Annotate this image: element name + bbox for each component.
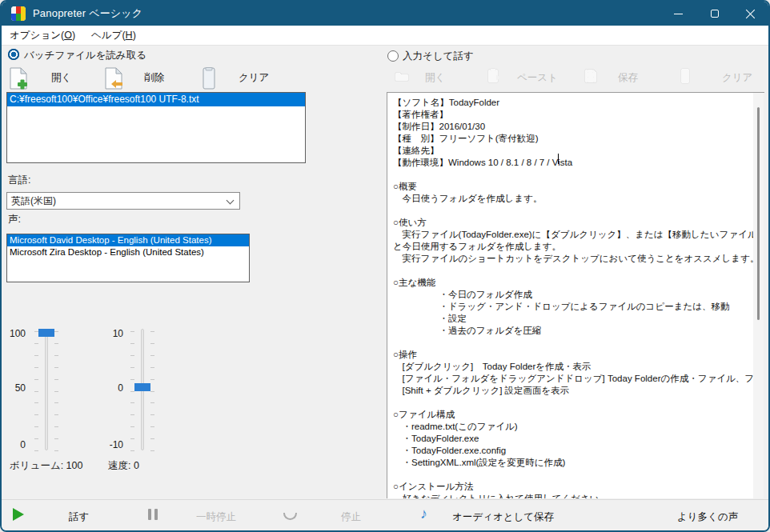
radio-type-and-speak[interactable] xyxy=(387,50,399,62)
pause-icon xyxy=(148,509,158,520)
minimize-icon xyxy=(674,14,683,14)
screen: Panopreter ベーシック オプション(O) ヘルプ(H) バッチファイル… xyxy=(0,0,770,532)
speed-tick-10: 10 xyxy=(99,328,123,339)
save-text-button[interactable]: 保存 xyxy=(618,71,638,85)
menu-options[interactable]: オプション(O) xyxy=(2,26,83,45)
music-note-icon: ♪ xyxy=(420,506,427,522)
app-logo-icon xyxy=(11,6,26,21)
speed-tick-0: 0 xyxy=(99,382,123,394)
file-list-item-selected[interactable]: C:¥freesoft100¥Office¥freesoft100 UTF-8.… xyxy=(7,93,305,106)
stop-icon xyxy=(283,513,297,520)
language-selected-value: 英語(米国) xyxy=(11,195,56,206)
voice-label: 声: xyxy=(8,213,21,226)
playback-bar: 話す 一時停止 停止 ♪ オーディオとして保存 より多くの声 xyxy=(2,499,768,530)
radio-type-and-speak-label: 入力そして話す xyxy=(403,50,474,63)
window-controls xyxy=(660,2,768,26)
delete-file-icon[interactable] xyxy=(104,67,123,90)
speed-ticks-right xyxy=(150,331,154,451)
save-text-icon xyxy=(584,69,597,83)
volume-tick-100: 100 xyxy=(2,328,26,339)
open-text-icon xyxy=(395,70,409,82)
clear-list-button[interactable]: クリア xyxy=(239,71,269,85)
maximize-icon xyxy=(711,10,719,18)
text-caret xyxy=(558,154,559,164)
radio-read-batch-file[interactable] xyxy=(8,49,19,60)
speed-value-label: 速度: 0 xyxy=(108,459,139,473)
volume-tick-50: 50 xyxy=(2,382,26,394)
open-file-icon[interactable] xyxy=(9,67,28,90)
speed-ticks-left xyxy=(130,331,134,451)
save-as-audio-button[interactable]: オーディオとして保存 xyxy=(452,510,554,524)
language-select[interactable]: 英語(米国) xyxy=(6,192,240,210)
volume-tick-0: 0 xyxy=(2,439,26,450)
clear-text-icon xyxy=(680,68,691,84)
open-file-button[interactable]: 開く xyxy=(51,71,71,85)
app-window: Panopreter ベーシック オプション(O) ヘルプ(H) バッチファイル… xyxy=(0,0,770,532)
text-editor[interactable]: 【ソフト名】TodayFolder 【著作権者】 【制作日】2016/01/30… xyxy=(387,93,753,498)
clear-text-button[interactable]: クリア xyxy=(722,71,752,85)
paste-button[interactable]: ペースト xyxy=(517,71,558,85)
stop-button[interactable]: 停止 xyxy=(341,510,361,524)
menu-help[interactable]: ヘルプ(H) xyxy=(83,26,144,45)
pause-button[interactable]: 一時停止 xyxy=(196,510,236,524)
open-text-button[interactable]: 開く xyxy=(425,71,445,85)
minimize-button[interactable] xyxy=(660,2,696,26)
voice-list-item-selected[interactable]: Microsoft David Desktop - English (Unite… xyxy=(7,234,249,246)
volume-slider-thumb[interactable] xyxy=(38,329,54,337)
language-label: 言語: xyxy=(8,174,30,187)
volume-ticks-left xyxy=(34,331,38,451)
close-button[interactable] xyxy=(732,2,768,26)
volume-value-label: ボリューム: 100 xyxy=(10,459,82,473)
speed-tick-minus10: -10 xyxy=(99,439,123,450)
radio-read-batch-file-label: バッチファイルを読み取る xyxy=(24,49,146,62)
scrollbar-thumb[interactable] xyxy=(757,107,760,320)
speed-slider-thumb[interactable] xyxy=(134,383,150,391)
speak-button[interactable]: 話す xyxy=(69,510,89,524)
title-bar: Panopreter ベーシック xyxy=(2,2,768,26)
voice-list-item[interactable]: Microsoft Zira Desktop - English (United… xyxy=(7,246,249,258)
play-icon[interactable] xyxy=(13,508,24,521)
more-voices-button[interactable]: より多くの声 xyxy=(677,510,738,524)
menu-bar: オプション(O) ヘルプ(H) xyxy=(2,26,768,46)
batch-file-list[interactable]: C:¥freesoft100¥Office¥freesoft100 UTF-8.… xyxy=(6,92,306,163)
chevron-down-icon xyxy=(227,197,235,205)
window-title: Panopreter ベーシック xyxy=(33,6,142,21)
text-scrollbar[interactable] xyxy=(753,93,764,498)
delete-file-button[interactable]: 削除 xyxy=(144,71,164,85)
voice-list[interactable]: Microsoft David Desktop - English (Unite… xyxy=(6,234,250,282)
maximize-button[interactable] xyxy=(696,2,732,26)
paste-icon xyxy=(487,68,501,84)
close-icon xyxy=(745,9,756,19)
volume-ticks-right xyxy=(54,331,58,451)
volume-slider-track[interactable] xyxy=(45,329,48,450)
clear-list-icon[interactable] xyxy=(201,67,217,90)
